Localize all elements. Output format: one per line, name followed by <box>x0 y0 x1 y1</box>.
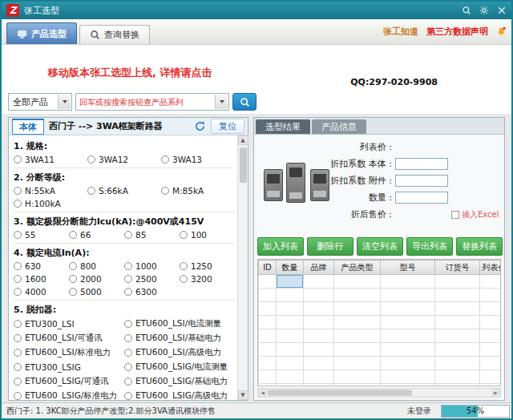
radio-option[interactable]: H:100kA <box>14 199 87 208</box>
table-cell[interactable] <box>259 370 277 384</box>
table-row[interactable] <box>259 302 502 316</box>
table-row[interactable] <box>259 370 502 384</box>
radio-option[interactable]: 3200 <box>180 274 235 284</box>
tab-product-selection[interactable]: 产品选型 <box>6 22 77 44</box>
table-column-header[interactable]: 品牌 <box>304 260 334 275</box>
refresh-icon[interactable] <box>194 120 206 132</box>
table-cell[interactable] <box>381 370 435 384</box>
horizontal-scrollbar[interactable]: ◄ ► <box>257 388 501 398</box>
table-cell[interactable] <box>381 384 435 387</box>
product-search-input[interactable] <box>76 95 212 109</box>
radio-option[interactable]: ETU300_LSIG <box>14 361 124 373</box>
table-cell[interactable] <box>480 384 502 387</box>
action-button[interactable]: 加入列表 <box>257 237 304 256</box>
radio-option[interactable]: 1000 <box>124 261 180 271</box>
vertical-scrollbar[interactable]: ▲ ▼ <box>237 135 248 400</box>
table-cell[interactable] <box>480 316 502 329</box>
table-cell[interactable] <box>277 289 304 302</box>
radio-option[interactable]: 1250 <box>180 261 235 271</box>
table-row[interactable] <box>259 343 502 357</box>
tab-body[interactable]: 本体 <box>12 119 44 135</box>
radio-option[interactable]: ETU600_LSIG/高级电力 <box>124 390 235 400</box>
table-cell[interactable] <box>304 370 334 384</box>
table-cell[interactable] <box>259 302 277 316</box>
table-cell[interactable] <box>334 384 381 387</box>
table-row[interactable] <box>259 384 502 387</box>
table-cell[interactable] <box>277 302 304 316</box>
discount-body-input[interactable] <box>395 158 448 170</box>
tab-product-info[interactable]: 产品信息 <box>312 119 366 134</box>
chevron-down-icon[interactable] <box>215 95 228 109</box>
radio-option[interactable]: 3WA12 <box>87 155 161 164</box>
radio-option[interactable]: ETU600_LSI/可通讯 <box>14 333 124 344</box>
scroll-up-arrow[interactable]: ▲ <box>238 135 248 145</box>
radio-option[interactable]: 800 <box>69 261 124 271</box>
table-cell[interactable] <box>334 370 381 384</box>
table-cell[interactable] <box>435 343 480 357</box>
table-cell[interactable] <box>277 329 304 343</box>
table-cell[interactable] <box>259 275 277 289</box>
table-cell[interactable] <box>277 275 304 289</box>
table-cell[interactable] <box>480 357 502 370</box>
table-cell[interactable] <box>259 357 277 370</box>
table-cell[interactable] <box>334 329 381 343</box>
table-cell[interactable] <box>480 275 502 289</box>
table-cell[interactable] <box>277 370 304 384</box>
table-cell[interactable] <box>480 370 502 384</box>
scroll-down-arrow[interactable]: ▼ <box>238 390 248 400</box>
chevron-down-icon[interactable] <box>58 95 71 109</box>
radio-option[interactable]: ETU600_LSIG/基础电力 <box>124 376 235 387</box>
table-cell[interactable] <box>381 329 435 343</box>
action-button[interactable]: 删除行 <box>307 237 353 256</box>
radio-option[interactable]: 5000 <box>69 287 124 297</box>
table-cell[interactable] <box>435 302 480 316</box>
table-cell[interactable] <box>480 343 502 357</box>
table-row[interactable] <box>259 275 502 289</box>
table-cell[interactable] <box>381 316 435 329</box>
discount-accessory-input[interactable] <box>395 175 448 187</box>
table-cell[interactable] <box>334 343 381 357</box>
table-cell[interactable] <box>435 316 480 329</box>
table-column-header[interactable]: ID <box>259 260 277 275</box>
close-icon[interactable] <box>497 6 507 15</box>
scrollbar-thumb[interactable] <box>240 147 247 183</box>
table-column-header[interactable]: 产品类型 <box>334 260 381 275</box>
radio-option[interactable]: ETU600_LSI/基础电力 <box>124 333 235 344</box>
table-cell[interactable] <box>480 302 502 316</box>
radio-option[interactable]: ETU600_LSI/电流测量 <box>124 318 235 329</box>
table-cell[interactable] <box>304 289 334 302</box>
table-cell[interactable] <box>259 316 277 329</box>
table-cell[interactable] <box>334 357 381 370</box>
link-third-party-statement[interactable]: 第三方数据声明 <box>426 26 488 38</box>
table-cell[interactable] <box>435 384 480 387</box>
table-cell[interactable] <box>277 343 304 357</box>
table-cell[interactable] <box>259 289 277 302</box>
radio-option[interactable]: 630 <box>14 261 69 271</box>
bell-icon[interactable] <box>496 26 507 37</box>
radio-option[interactable]: ETU600_LSI/标准电力 <box>14 347 124 358</box>
table-cell[interactable] <box>334 316 381 329</box>
table-cell[interactable] <box>304 329 334 343</box>
table-cell[interactable] <box>304 316 334 329</box>
table-column-header[interactable]: 订货号 <box>435 260 480 275</box>
radio-option[interactable]: S:66kA <box>87 186 161 196</box>
radio-option[interactable]: ETU600_LSIG/标准电力 <box>14 390 124 400</box>
radio-option[interactable]: ETU300_LSI <box>14 318 124 329</box>
radio-option[interactable]: 6300 <box>124 287 180 297</box>
table-column-header[interactable]: 列表价 <box>480 260 502 275</box>
table-cell[interactable] <box>381 343 435 357</box>
radio-option[interactable]: 3WA11 <box>14 155 87 164</box>
radio-option[interactable]: 100 <box>180 230 235 240</box>
table-cell[interactable] <box>435 370 480 384</box>
insert-excel-checkbox[interactable] <box>451 211 459 219</box>
promo-link[interactable]: 移动版本张工选型上线, 详情请点击 <box>48 66 212 80</box>
table-cell[interactable] <box>304 384 334 387</box>
radio-option[interactable]: N:55kA <box>14 186 87 196</box>
table-row[interactable] <box>259 357 502 370</box>
table-cell[interactable] <box>259 329 277 343</box>
radio-option[interactable]: 55 <box>14 230 69 240</box>
tab-selection-result[interactable]: 选型结果 <box>256 119 310 134</box>
radio-option[interactable]: 2500 <box>124 274 180 284</box>
table-cell[interactable] <box>334 302 381 316</box>
table-cell[interactable] <box>381 302 435 316</box>
